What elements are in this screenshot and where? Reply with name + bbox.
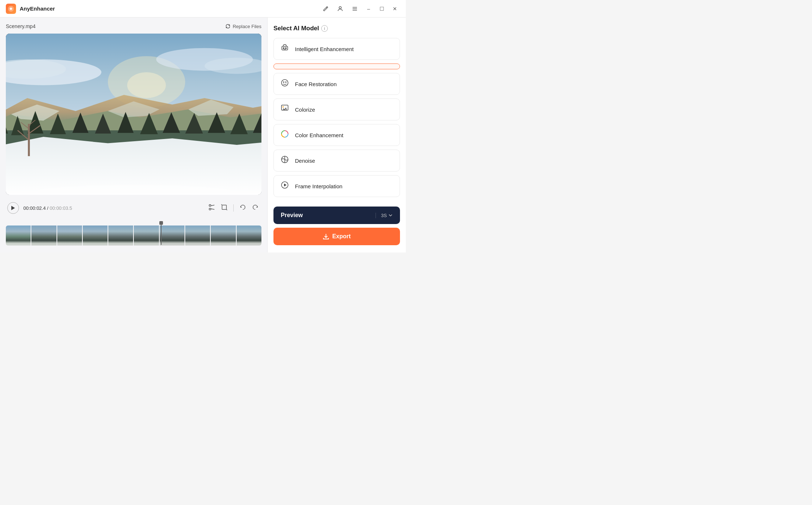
- svg-point-48: [283, 48, 284, 49]
- titlebar-right: – ☐ ✕: [320, 3, 400, 15]
- svg-line-45: [221, 204, 222, 205]
- video-preview: [6, 34, 261, 195]
- edit-button[interactable]: [320, 3, 331, 15]
- playback-tools: [207, 203, 260, 213]
- info-icon[interactable]: i: [321, 25, 328, 32]
- timeline-strip: [6, 225, 261, 246]
- svg-marker-63: [284, 184, 287, 186]
- app-logo: [6, 4, 16, 14]
- face-restoration-card[interactable]: Face Restoration: [273, 73, 400, 95]
- colorize-card[interactable]: Colorize: [273, 99, 400, 120]
- frame-interpolation-card[interactable]: Frame Interpolation: [273, 175, 400, 197]
- user-button[interactable]: [334, 3, 346, 15]
- denoise-icon: [279, 155, 291, 166]
- total-time: 00:00:03.5: [50, 205, 72, 211]
- play-button[interactable]: [7, 202, 19, 214]
- scrubber-head: [159, 221, 163, 225]
- main-layout: Scenery.mp4 Replace Files: [0, 18, 406, 252]
- svg-line-43: [211, 209, 214, 209]
- app-name: AnyEnhancer: [20, 5, 55, 12]
- crop-icon[interactable]: [219, 203, 229, 213]
- face-icon: [279, 78, 291, 89]
- playback-bar: 00:00:02.4 / 00:00:03.5: [6, 199, 261, 217]
- svg-point-1: [339, 7, 341, 9]
- menu-button[interactable]: [349, 3, 361, 15]
- export-button[interactable]: Export: [273, 228, 400, 245]
- timeline-frame: [134, 225, 159, 246]
- maximize-button[interactable]: ☐: [377, 4, 387, 14]
- svg-point-41: [209, 208, 211, 210]
- minimize-button[interactable]: –: [364, 4, 374, 14]
- preview-label: Preview: [281, 212, 303, 219]
- timeline-frame: [83, 225, 108, 246]
- svg-point-7: [127, 72, 166, 98]
- section-title: Select AI Model i: [273, 25, 400, 32]
- face-restoration-label: Face Restoration: [295, 81, 337, 87]
- svg-point-58: [283, 106, 284, 108]
- timeline-frame: [211, 225, 236, 246]
- svg-point-49: [285, 48, 287, 49]
- denoise-label: Denoise: [295, 158, 315, 164]
- right-panel: Select AI Model i Intelligent Enhancemen…: [267, 18, 406, 252]
- divider: [233, 204, 234, 212]
- undo-icon[interactable]: [238, 203, 248, 213]
- color-enhancement-icon: [279, 130, 291, 140]
- close-button[interactable]: ✕: [390, 4, 400, 14]
- preview-duration[interactable]: 3S: [376, 213, 393, 218]
- replace-files-button[interactable]: Replace Files: [225, 24, 261, 29]
- preview-button[interactable]: Preview 3S: [273, 207, 400, 224]
- svg-point-56: [285, 82, 286, 82]
- svg-marker-39: [11, 206, 15, 210]
- export-label: Export: [332, 233, 351, 240]
- file-name: Scenery.mp4: [6, 23, 35, 29]
- timeline-frame: [31, 225, 56, 246]
- intelligent-enhancement-card[interactable]: Intelligent Enhancement: [273, 38, 400, 60]
- svg-point-40: [209, 205, 211, 207]
- timeline-frame: [237, 225, 261, 246]
- svg-point-54: [281, 80, 288, 86]
- resolution-icon: [279, 69, 291, 69]
- svg-line-46: [226, 209, 227, 210]
- frame-interpolation-icon: [279, 181, 291, 192]
- denoise-card[interactable]: Denoise: [273, 150, 400, 171]
- time-display: 00:00:02.4 / 00:00:03.5: [23, 205, 72, 211]
- left-panel: Scenery.mp4 Replace Files: [0, 18, 267, 252]
- color-enhancement-label: Color Enhancement: [295, 132, 343, 138]
- bottom-actions: Preview 3S Export: [273, 201, 400, 245]
- frame-interpolation-label: Frame Interpolation: [295, 183, 342, 189]
- timeline-frame: [6, 225, 31, 246]
- timeline-frame: [108, 225, 133, 246]
- timeline-frame: [160, 225, 184, 246]
- timeline[interactable]: [6, 221, 261, 247]
- svg-point-55: [283, 82, 284, 82]
- color-enhancement-card[interactable]: Color Enhancement: [273, 124, 400, 146]
- intelligent-label: Intelligent Enhancement: [295, 46, 354, 52]
- intelligent-icon: [279, 43, 291, 54]
- resolution-enhancement-card[interactable]: Resolution Enhancement Model Settings 2K…: [273, 63, 400, 69]
- titlebar: AnyEnhancer – ☐ ✕: [0, 0, 406, 18]
- colorize-icon: [279, 104, 291, 115]
- timeline-frame: [185, 225, 210, 246]
- svg-rect-44: [222, 205, 226, 209]
- current-time: 00:00:02.4: [23, 205, 46, 211]
- file-header: Scenery.mp4 Replace Files: [6, 23, 261, 29]
- titlebar-left: AnyEnhancer: [6, 4, 55, 14]
- colorize-label: Colorize: [295, 107, 315, 113]
- scrubber-handle[interactable]: [159, 221, 163, 245]
- redo-icon[interactable]: [250, 203, 260, 213]
- svg-line-42: [211, 205, 214, 206]
- timeline-frame: [57, 225, 82, 246]
- resolution-card-header[interactable]: Resolution Enhancement: [274, 64, 400, 69]
- scrubber-line: [161, 225, 162, 245]
- cut-icon[interactable]: [207, 203, 217, 213]
